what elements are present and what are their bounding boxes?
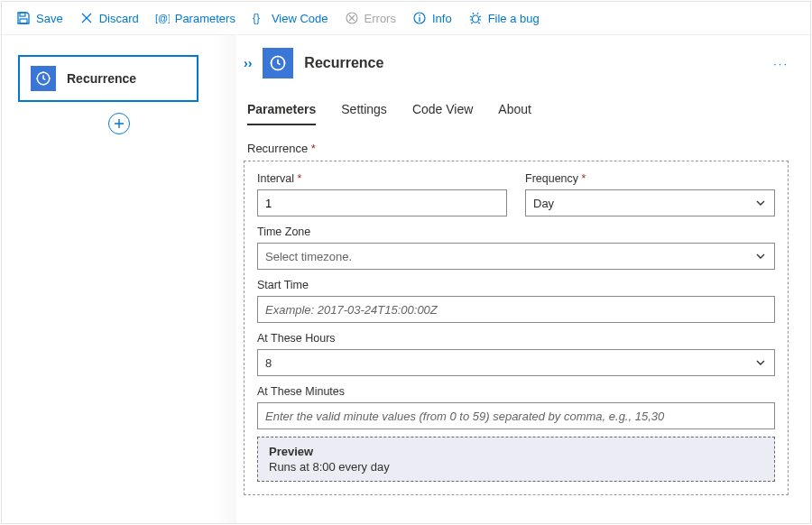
view-code-button[interactable]: {} View Code	[246, 7, 334, 29]
svg-rect-1	[20, 19, 27, 23]
frequency-select[interactable]: Day	[525, 189, 775, 216]
interval-input[interactable]	[257, 189, 507, 216]
preview-title: Preview	[269, 445, 763, 458]
preview-box: Preview Runs at 8:00 every day	[257, 437, 775, 482]
recurrence-panel-icon	[263, 48, 293, 78]
tab-code-view[interactable]: Code View	[412, 102, 473, 125]
recurrence-node-title: Recurrence	[67, 71, 136, 86]
discard-icon	[79, 11, 94, 25]
preview-text: Runs at 8:00 every day	[269, 460, 763, 474]
detail-panel: ›› Recurrence ··· Parameters Settings Co…	[236, 35, 810, 523]
timezone-select[interactable]: Select timezone.	[257, 243, 775, 270]
parameters-button[interactable]: [@] Parameters	[150, 7, 241, 29]
designer-canvas: Recurrence	[2, 35, 236, 523]
panel-tabs: Parameters Settings Code View About	[247, 102, 789, 125]
bug-icon	[468, 11, 483, 25]
chevron-down-icon	[754, 197, 767, 209]
minutes-input[interactable]: Enter the valid minute values (from 0 to…	[257, 402, 775, 429]
view-code-label: View Code	[272, 12, 328, 25]
tab-about[interactable]: About	[498, 102, 531, 125]
chevron-down-icon	[754, 250, 767, 262]
errors-label: Errors	[364, 12, 396, 25]
hours-label: At These Hours	[257, 332, 775, 345]
info-label: Info	[432, 12, 452, 25]
file-bug-label: File a bug	[488, 12, 540, 25]
save-icon	[16, 11, 31, 25]
tab-settings[interactable]: Settings	[341, 102, 387, 125]
frequency-label: Frequency *	[525, 172, 775, 185]
section-label: Recurrence *	[247, 142, 789, 155]
interval-input-field[interactable]	[265, 197, 499, 210]
hours-select[interactable]: 8	[257, 349, 775, 376]
timezone-label: Time Zone	[257, 226, 775, 238]
errors-icon	[345, 11, 359, 25]
svg-text:[@]: [@]	[155, 13, 170, 23]
toolbar: Save Discard [@] Parameters {} View Code…	[2, 2, 810, 35]
collapse-panel-button[interactable]: ››	[244, 56, 252, 70]
braces-icon: {}	[252, 11, 266, 25]
panel-more-button[interactable]: ···	[773, 57, 789, 70]
parameters-label: Parameters	[175, 12, 235, 25]
recurrence-node[interactable]: Recurrence	[18, 55, 198, 102]
recurrence-node-icon	[31, 66, 56, 91]
add-step-button[interactable]	[108, 113, 130, 134]
minutes-label: At These Minutes	[257, 385, 775, 398]
info-button[interactable]: Info	[407, 7, 457, 29]
interval-label: Interval *	[257, 172, 507, 185]
svg-point-7	[472, 15, 478, 23]
errors-button: Errors	[339, 7, 401, 29]
save-label: Save	[36, 12, 63, 25]
svg-text:{}: {}	[253, 12, 260, 24]
svg-point-6	[419, 14, 420, 16]
save-button[interactable]: Save	[11, 7, 69, 29]
start-time-input[interactable]: Example: 2017-03-24T15:00:00Z	[257, 296, 775, 323]
file-bug-button[interactable]: File a bug	[463, 7, 545, 29]
parameters-icon: [@]	[155, 11, 170, 25]
panel-title: Recurrence	[304, 55, 762, 71]
info-icon	[412, 11, 427, 25]
recurrence-form: Interval * Frequency * Day Tim	[244, 161, 789, 495]
chevron-down-icon	[754, 356, 767, 369]
tab-parameters[interactable]: Parameters	[247, 102, 316, 125]
start-time-label: Start Time	[257, 279, 775, 291]
discard-label: Discard	[99, 12, 139, 25]
discard-button[interactable]: Discard	[74, 7, 144, 29]
